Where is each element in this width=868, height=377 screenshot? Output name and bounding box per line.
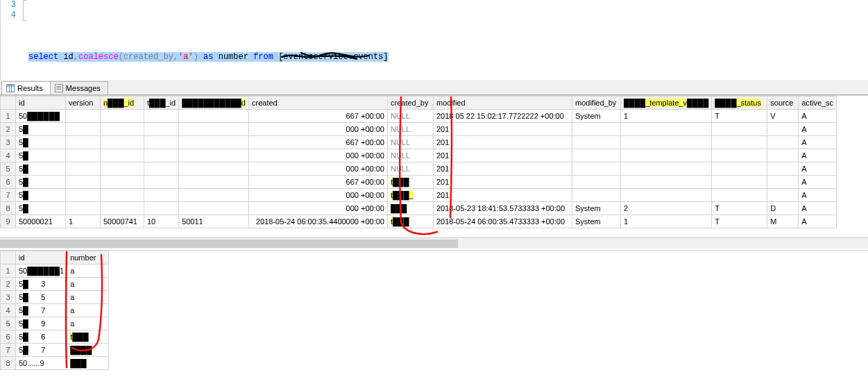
- cell-created-by[interactable]: NULL: [387, 149, 433, 162]
- cell-active-sc[interactable]: A: [799, 136, 837, 149]
- cell-modified[interactable]: 201: [433, 189, 572, 202]
- cell-modified-by[interactable]: [572, 189, 620, 202]
- cell-redacted[interactable]: [101, 176, 144, 189]
- table-row[interactable]: 45█ 7a: [1, 304, 109, 317]
- cell-source[interactable]: [767, 136, 799, 149]
- cell-created[interactable]: 2018-05-24 06:00:35.4400000 +00:00: [248, 215, 387, 228]
- col-modified[interactable]: modified: [433, 97, 572, 110]
- cell-version[interactable]: [66, 176, 101, 189]
- col-tour-id[interactable]: t███_id: [144, 97, 179, 110]
- cell-redacted[interactable]: [179, 202, 249, 215]
- table-row[interactable]: 150██████1a: [1, 265, 109, 278]
- cell-created-by[interactable]: ███: [387, 202, 433, 215]
- cell-created[interactable]: 667 +00:00: [248, 110, 387, 123]
- cell-number[interactable]: a: [67, 317, 109, 330]
- cell-created[interactable]: 000 +00:00: [248, 149, 387, 162]
- cell-id[interactable]: 50██████: [16, 110, 66, 123]
- col-modified-by[interactable]: modified_by: [572, 97, 620, 110]
- cell-created-by[interactable]: NULL: [387, 162, 433, 176]
- cell-modified[interactable]: 201: [433, 176, 572, 189]
- cell-source[interactable]: [767, 162, 799, 176]
- table-row[interactable]: 85█000 +00:00███2018-05-23 18:41:53.5733…: [1, 202, 837, 215]
- cell-source[interactable]: [767, 123, 799, 136]
- scroll-thumb[interactable]: [0, 240, 458, 248]
- cell-active-sc[interactable]: A: [799, 149, 837, 162]
- cell-number[interactable]: a: [67, 278, 109, 291]
- cell-redacted[interactable]: [101, 110, 144, 123]
- cell-modified[interactable]: 2018-05-23 18:41:53.5733333 +00:00: [433, 202, 572, 215]
- table-row[interactable]: 35█667 +00:00NULL201A: [1, 136, 837, 149]
- table-row[interactable]: 55█000 +00:00NULL201A: [1, 162, 837, 176]
- cell-tour-id[interactable]: [144, 110, 179, 123]
- results-grid-2[interactable]: id number 150██████1a25█ 3a35█ 5a45█ 7a5…: [0, 250, 868, 370]
- cell-redacted[interactable]: [620, 136, 711, 149]
- cell-tour-id[interactable]: [144, 136, 179, 149]
- cell-number[interactable]: a: [67, 304, 109, 317]
- cell-redacted[interactable]: 50011: [179, 215, 249, 228]
- sql-editor[interactable]: 3 4 select id,coalesce(created_by,'a') a…: [0, 0, 868, 80]
- cell-active-sc[interactable]: A: [799, 123, 837, 136]
- table-row[interactable]: 150██████667 +00:00NULL2018 05 22 15:02:…: [1, 110, 837, 123]
- cell-redacted[interactable]: [712, 162, 767, 176]
- cell-redacted[interactable]: [101, 202, 144, 215]
- cell-redacted[interactable]: 2: [620, 202, 711, 215]
- cell-id[interactable]: 5█: [16, 149, 66, 162]
- cell-source[interactable]: [767, 189, 799, 202]
- cell-tour-id[interactable]: [144, 202, 179, 215]
- cell-version[interactable]: [66, 202, 101, 215]
- cell-number[interactable]: ███: [67, 357, 109, 370]
- cell-version[interactable]: [66, 136, 101, 149]
- cell-redacted[interactable]: [101, 123, 144, 136]
- cell-tour-id[interactable]: [144, 176, 179, 189]
- cell-redacted[interactable]: [179, 176, 249, 189]
- cell-modified-by[interactable]: [572, 149, 620, 162]
- cell-modified[interactable]: 201: [433, 136, 572, 149]
- cell-modified[interactable]: 2018-05-24 06:00:35.4733333 +00:00: [433, 215, 572, 228]
- cell-redacted[interactable]: T: [712, 215, 767, 228]
- cell-modified-by[interactable]: [572, 176, 620, 189]
- table-row[interactable]: 95000002115000074110500112018-05-24 06:0…: [1, 215, 837, 228]
- cell-redacted[interactable]: [620, 176, 711, 189]
- cell-created[interactable]: 000 +00:00: [248, 189, 387, 202]
- cell-redacted[interactable]: [179, 189, 249, 202]
- cell-id[interactable]: 5█: [16, 162, 66, 176]
- col-active-sc[interactable]: active_sc: [799, 97, 837, 110]
- col-redacted-11[interactable]: ████_status: [712, 97, 767, 110]
- col-id[interactable]: id: [16, 251, 67, 265]
- cell-modified[interactable]: 201: [433, 149, 572, 162]
- cell-version[interactable]: [66, 123, 101, 136]
- cell-redacted[interactable]: [101, 189, 144, 202]
- cell-tour-id[interactable]: 10: [144, 215, 179, 228]
- cell-redacted[interactable]: 1: [620, 215, 711, 228]
- cell-id[interactable]: 5█: [16, 202, 66, 215]
- cell-source[interactable]: [767, 149, 799, 162]
- sql-code[interactable]: select id,coalesce(created_by,'a') as nu…: [28, 0, 389, 83]
- cell-number[interactable]: t███: [67, 330, 109, 344]
- cell-redacted[interactable]: [179, 162, 249, 176]
- cell-version[interactable]: [66, 149, 101, 162]
- col-source[interactable]: source: [767, 97, 799, 110]
- cell-redacted[interactable]: T: [712, 110, 767, 123]
- cell-tour-id[interactable]: [144, 162, 179, 176]
- cell-redacted[interactable]: [620, 189, 711, 202]
- cell-modified-by[interactable]: [572, 162, 620, 176]
- cell-number[interactable]: ████: [67, 344, 109, 357]
- cell-created-by[interactable]: t███_: [387, 189, 433, 202]
- cell-tour-id[interactable]: [144, 123, 179, 136]
- table-row[interactable]: 55█ 9a: [1, 317, 109, 330]
- cell-source[interactable]: V: [767, 110, 799, 123]
- cell-version[interactable]: [66, 110, 101, 123]
- cell-redacted[interactable]: [179, 123, 249, 136]
- table-row[interactable]: 35█ 5a: [1, 291, 109, 304]
- cell-id[interactable]: 5█: [16, 136, 66, 149]
- cell-redacted[interactable]: [712, 149, 767, 162]
- cell-redacted[interactable]: [620, 149, 711, 162]
- cell-redacted[interactable]: [179, 110, 249, 123]
- cell-redacted[interactable]: T: [712, 202, 767, 215]
- col-redacted-5[interactable]: ███████████d: [179, 97, 249, 110]
- cell-redacted[interactable]: [712, 136, 767, 149]
- cell-modified-by[interactable]: System: [572, 202, 620, 215]
- cell-id[interactable]: 5█ 5: [16, 291, 67, 304]
- cell-source[interactable]: [767, 176, 799, 189]
- cell-redacted[interactable]: [179, 149, 249, 162]
